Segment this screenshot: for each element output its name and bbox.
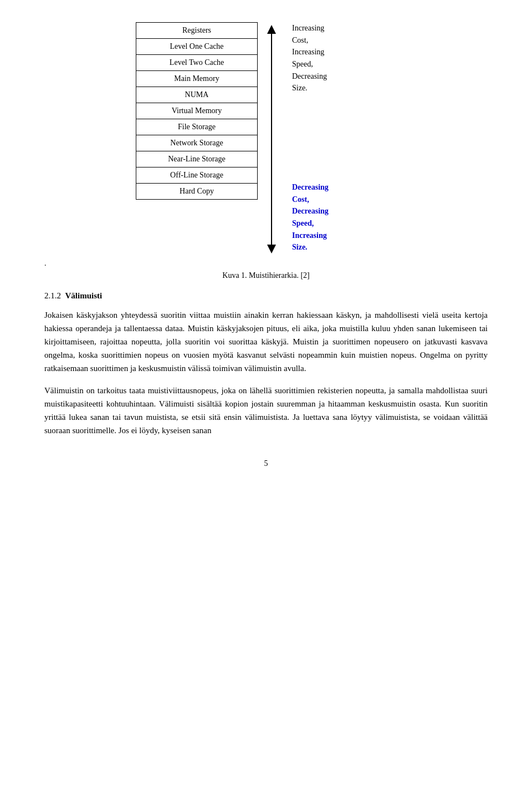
- section-heading: 2.1.2 Välimuisti: [44, 291, 488, 301]
- memory-row: Main Memory: [136, 71, 258, 87]
- section-number: 2.1.2: [44, 291, 61, 300]
- page: RegistersLevel One CacheLevel Two CacheM…: [0, 0, 532, 501]
- memory-row: Level One Cache: [136, 39, 258, 55]
- increasing-label: Increasing Cost, Increasing Speed, Decre…: [292, 22, 396, 94]
- paragraph-1: Jokaisen käskyjakson yhteydessä suoritin…: [44, 308, 488, 375]
- memory-row: Hard Copy: [136, 184, 258, 200]
- paragraph-2: Välimuistin on tarkoitus taata muistivii…: [44, 384, 488, 437]
- arrow-line: [271, 34, 272, 245]
- memory-row: Off-Line Storage: [136, 167, 258, 184]
- arrow-top-head: [267, 25, 276, 34]
- arrow-labels-col: Increasing Cost, Increasing Speed, Decre…: [285, 22, 396, 253]
- arrow-bottom-head: [267, 245, 276, 253]
- memory-row: Registers: [136, 23, 258, 39]
- memory-hierarchy-table-col: RegistersLevel One CacheLevel Two CacheM…: [136, 22, 258, 253]
- figure-caption: Kuva 1. Muistihierarkia. [2]: [44, 271, 488, 280]
- decreasing-label: Decreasing Cost, Decreasing Speed, Incre…: [292, 181, 396, 253]
- arrow-column: [258, 22, 285, 253]
- dot-separator: .: [44, 259, 488, 268]
- memory-row: Near-Line Storage: [136, 151, 258, 167]
- memory-row: Level Two Cache: [136, 55, 258, 71]
- page-number: 5: [44, 459, 488, 468]
- memory-row: File Storage: [136, 119, 258, 135]
- memory-row: Network Storage: [136, 135, 258, 151]
- section-title: Välimuisti: [65, 291, 102, 300]
- memory-row: NUMA: [136, 87, 258, 103]
- memory-row: Virtual Memory: [136, 103, 258, 119]
- memory-hierarchy-table: RegistersLevel One CacheLevel Two CacheM…: [136, 22, 258, 200]
- figure-area: RegistersLevel One CacheLevel Two CacheM…: [44, 22, 488, 253]
